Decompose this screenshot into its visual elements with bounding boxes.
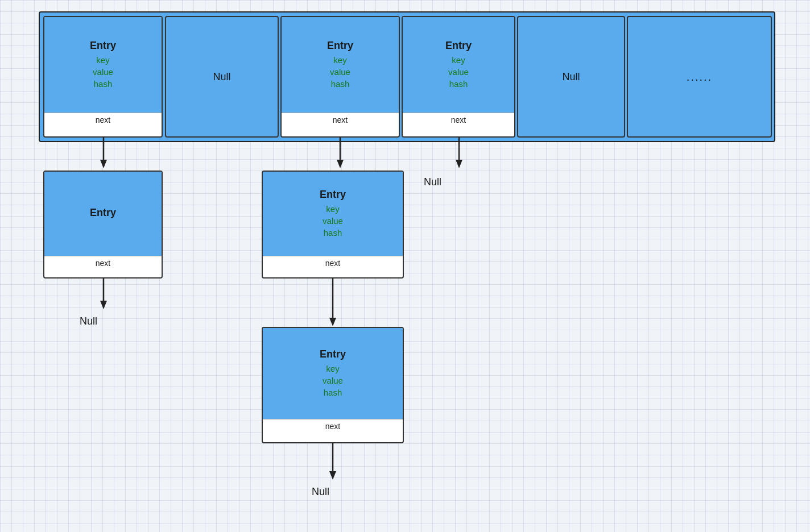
entry-title-3: Entry	[327, 40, 353, 52]
arrow-left2-down	[103, 278, 104, 312]
entry-fields-center3: keyvaluehash	[323, 363, 343, 398]
entry-fields-center2: keyvaluehash	[323, 203, 343, 239]
array-cell-4: Entry keyvaluehash next	[402, 16, 515, 138]
entry-title-center3: Entry	[320, 348, 346, 360]
arrow-3-down	[340, 137, 341, 171]
array-cell-2: Null	[165, 16, 279, 138]
next-label-1: next	[44, 113, 162, 127]
arrow-4-down	[458, 137, 460, 171]
svg-marker-7	[100, 301, 107, 309]
diagram-canvas: Entry keyvaluehash next Null Entry keyva…	[0, 0, 810, 532]
svg-marker-1	[100, 160, 107, 168]
svg-marker-3	[337, 160, 344, 168]
next-label-left2: next	[44, 256, 162, 270]
arrow-center2-down	[332, 278, 333, 329]
next-label-center2: next	[263, 256, 403, 270]
null-text-2: Null	[213, 71, 230, 83]
array-cell-5: Null	[517, 16, 625, 138]
svg-marker-9	[329, 318, 336, 326]
next-label-4: next	[403, 113, 514, 127]
entry-title-left2: Entry	[90, 207, 116, 219]
third-row-center: Entry keyvaluehash next	[262, 327, 404, 443]
entry-title-center2: Entry	[320, 189, 346, 201]
null-text-5: Null	[562, 71, 580, 83]
entry-fields-4: keyvaluehash	[448, 54, 469, 90]
entry-title-4: Entry	[445, 40, 472, 52]
entry-fields-1: keyvaluehash	[93, 54, 113, 90]
next-label-3: next	[282, 113, 399, 127]
arrow-1-down	[103, 137, 104, 171]
svg-marker-5	[456, 160, 462, 168]
next-label-center3: next	[263, 419, 403, 433]
svg-marker-11	[329, 471, 336, 480]
array-cell-6: ......	[627, 16, 772, 138]
array-cell-3: Entry keyvaluehash next	[280, 16, 400, 138]
second-row-left: Entry next	[43, 171, 163, 279]
second-row-center: Entry keyvaluehash next	[262, 171, 404, 279]
array-cell-1: Entry keyvaluehash next	[43, 16, 163, 138]
null-label-center3: Null	[312, 486, 329, 498]
dots-text-6: ......	[687, 70, 712, 84]
arrow-center3-down	[332, 443, 333, 483]
entry-fields-3: keyvaluehash	[330, 54, 350, 90]
entry-title-1: Entry	[90, 40, 116, 52]
null-label-left2: Null	[80, 315, 97, 327]
null-label-right2: Null	[424, 176, 441, 188]
